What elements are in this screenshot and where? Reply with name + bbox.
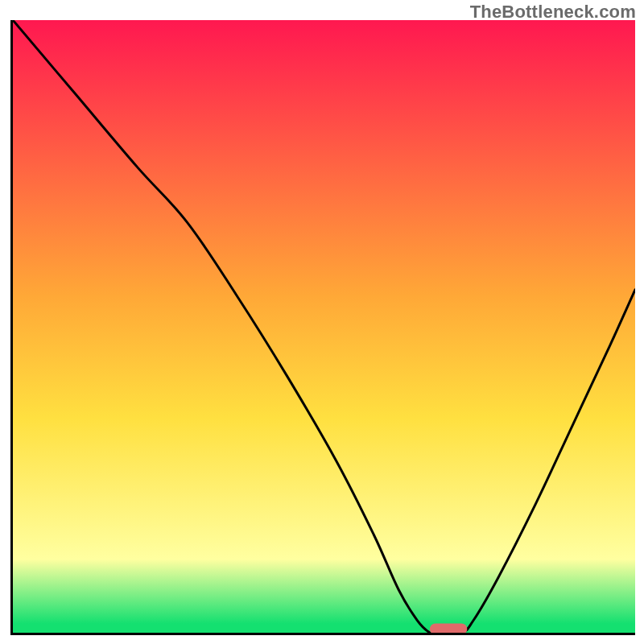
watermark-text: TheBottleneck.com xyxy=(470,2,636,23)
optimum-marker xyxy=(430,623,467,633)
chart-frame: TheBottleneck.com xyxy=(0,0,644,644)
plot-area xyxy=(10,20,635,635)
gradient-background xyxy=(13,20,635,633)
chart-svg xyxy=(13,20,635,633)
